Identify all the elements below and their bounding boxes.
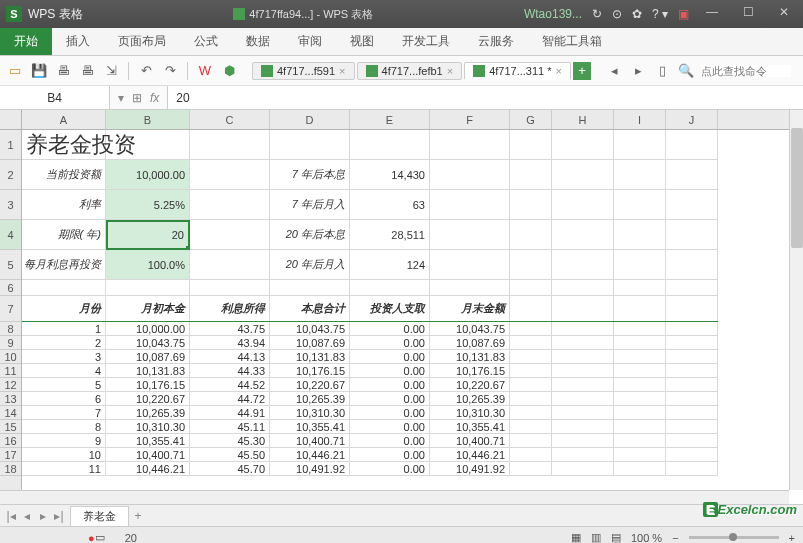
cell-D2[interactable]: 7 年后本息 xyxy=(270,160,350,190)
cell-F9[interactable]: 10,087.69 xyxy=(430,336,510,350)
cell-E12[interactable]: 0.00 xyxy=(350,378,430,392)
cell-E15[interactable]: 0.00 xyxy=(350,420,430,434)
fx-reference-icon[interactable]: ⊞ xyxy=(132,91,142,105)
zoom-out-button[interactable]: − xyxy=(672,532,678,544)
wps-logo-icon[interactable]: W xyxy=(196,62,214,80)
row-header-18[interactable]: 18 xyxy=(0,462,21,476)
skin-icon[interactable]: ▣ xyxy=(678,7,689,21)
cell-F12[interactable]: 10,220.67 xyxy=(430,378,510,392)
cell-D3[interactable]: 7 年后月入 xyxy=(270,190,350,220)
cell-D14[interactable]: 10,310.30 xyxy=(270,406,350,420)
view-break-icon[interactable]: ▤ xyxy=(611,531,621,543)
cell-A3[interactable]: 利率 xyxy=(22,190,106,220)
column-header-A[interactable]: A xyxy=(22,110,106,129)
nav-left-icon[interactable]: ◂ xyxy=(605,62,623,80)
column-header-D[interactable]: D xyxy=(270,110,350,129)
row-header-8[interactable]: 8 xyxy=(0,322,21,336)
cell-C7[interactable]: 利息所得 xyxy=(190,296,270,322)
redo-icon[interactable]: ↷ xyxy=(161,62,179,80)
export-icon[interactable]: ⇲ xyxy=(102,62,120,80)
column-header-H[interactable]: H xyxy=(552,110,614,129)
cell-B8[interactable]: 10,000.00 xyxy=(106,322,190,336)
cell-C13[interactable]: 44.72 xyxy=(190,392,270,406)
column-header-G[interactable]: G xyxy=(510,110,552,129)
cell-C11[interactable]: 44.33 xyxy=(190,364,270,378)
add-sheet-button[interactable]: + xyxy=(129,509,147,523)
cell-C16[interactable]: 45.30 xyxy=(190,434,270,448)
print-direct-icon[interactable]: 🖶 xyxy=(54,62,72,80)
row-header-9[interactable]: 9 xyxy=(0,336,21,350)
maximize-button[interactable]: ☐ xyxy=(735,5,761,23)
view-normal-icon[interactable]: ▦ xyxy=(571,531,581,543)
fx-icon[interactable]: fx xyxy=(150,91,159,105)
cell-A7[interactable]: 月份 xyxy=(22,296,106,322)
cell-E14[interactable]: 0.00 xyxy=(350,406,430,420)
grid[interactable]: 养老金投资当前投资额10,000.007 年后本息14,430利率5.25%7 … xyxy=(22,130,789,490)
cell-A12[interactable]: 5 xyxy=(22,378,106,392)
cell-B9[interactable]: 10,043.75 xyxy=(106,336,190,350)
cell-D11[interactable]: 10,176.15 xyxy=(270,364,350,378)
menu-data[interactable]: 数据 xyxy=(232,28,284,55)
row-header-1[interactable]: 1 xyxy=(0,130,21,160)
cell-A17[interactable]: 10 xyxy=(22,448,106,462)
cell-F7[interactable]: 月末金额 xyxy=(430,296,510,322)
cell-C9[interactable]: 43.94 xyxy=(190,336,270,350)
open-icon[interactable]: ▭ xyxy=(6,62,24,80)
new-tab-button[interactable]: + xyxy=(573,62,591,80)
cell-F11[interactable]: 10,176.15 xyxy=(430,364,510,378)
row-header-14[interactable]: 14 xyxy=(0,406,21,420)
row-header-12[interactable]: 12 xyxy=(0,378,21,392)
search-icon[interactable]: 🔍 xyxy=(677,62,695,80)
menu-page-layout[interactable]: 页面布局 xyxy=(104,28,180,55)
menu-review[interactable]: 审阅 xyxy=(284,28,336,55)
row-header-15[interactable]: 15 xyxy=(0,420,21,434)
cell-E5[interactable]: 124 xyxy=(350,250,430,280)
cell-F17[interactable]: 10,446.21 xyxy=(430,448,510,462)
row-header-11[interactable]: 11 xyxy=(0,364,21,378)
book-icon[interactable]: ▭ xyxy=(95,531,105,543)
sheet-nav-last-icon[interactable]: ▸| xyxy=(52,509,66,523)
cell-C18[interactable]: 45.70 xyxy=(190,462,270,476)
cell-D10[interactable]: 10,131.83 xyxy=(270,350,350,364)
cell-F13[interactable]: 10,265.39 xyxy=(430,392,510,406)
row-header-6[interactable]: 6 xyxy=(0,280,21,296)
cell-E17[interactable]: 0.00 xyxy=(350,448,430,462)
cell-A1[interactable]: 养老金投资 xyxy=(22,130,190,160)
cell-A18[interactable]: 11 xyxy=(22,462,106,476)
cell-B3[interactable]: 5.25% xyxy=(106,190,190,220)
cell-E2[interactable]: 14,430 xyxy=(350,160,430,190)
cell-E18[interactable]: 0.00 xyxy=(350,462,430,476)
horizontal-scrollbar[interactable] xyxy=(0,490,789,504)
cube-icon[interactable]: ⬢ xyxy=(220,62,238,80)
menu-smart-toolbox[interactable]: 智能工具箱 xyxy=(528,28,616,55)
cell-A9[interactable]: 2 xyxy=(22,336,106,350)
cell-D17[interactable]: 10,446.21 xyxy=(270,448,350,462)
cell-B5[interactable]: 100.0% xyxy=(106,250,190,280)
cell-E9[interactable]: 0.00 xyxy=(350,336,430,350)
cell-D9[interactable]: 10,087.69 xyxy=(270,336,350,350)
menu-cloud[interactable]: 云服务 xyxy=(464,28,528,55)
cell-D18[interactable]: 10,491.92 xyxy=(270,462,350,476)
save-icon[interactable]: 💾 xyxy=(30,62,48,80)
cell-A14[interactable]: 7 xyxy=(22,406,106,420)
undo-icon[interactable]: ↶ xyxy=(137,62,155,80)
cell-F18[interactable]: 10,491.92 xyxy=(430,462,510,476)
cell-C14[interactable]: 44.91 xyxy=(190,406,270,420)
print-preview-icon[interactable]: 🖶 xyxy=(78,62,96,80)
close-tab-icon[interactable]: × xyxy=(339,65,345,77)
cell-B13[interactable]: 10,220.67 xyxy=(106,392,190,406)
cell-D8[interactable]: 10,043.75 xyxy=(270,322,350,336)
cell-B11[interactable]: 10,131.83 xyxy=(106,364,190,378)
sheet-nav-first-icon[interactable]: |◂ xyxy=(4,509,18,523)
column-header-E[interactable]: E xyxy=(350,110,430,129)
vertical-scrollbar[interactable] xyxy=(789,110,803,490)
cell-F16[interactable]: 10,400.71 xyxy=(430,434,510,448)
sheet-nav-prev-icon[interactable]: ◂ xyxy=(20,509,34,523)
cell-B14[interactable]: 10,265.39 xyxy=(106,406,190,420)
column-header-J[interactable]: J xyxy=(666,110,718,129)
cloud-icon[interactable]: ⊙ xyxy=(612,7,622,21)
cell-A5[interactable]: 每月利息再投资 xyxy=(22,250,106,280)
cell-D13[interactable]: 10,265.39 xyxy=(270,392,350,406)
column-header-F[interactable]: F xyxy=(430,110,510,129)
cell-B12[interactable]: 10,176.15 xyxy=(106,378,190,392)
